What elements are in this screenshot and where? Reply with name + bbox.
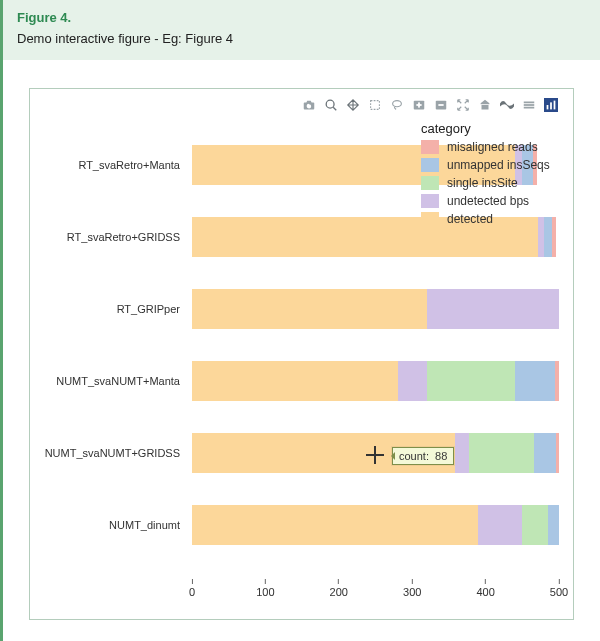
- legend-swatch: [421, 158, 439, 172]
- legend-title: category: [421, 121, 557, 136]
- bar-row: NUMT_svaNUMT+Manta: [38, 347, 565, 415]
- hover-closest-icon[interactable]: [521, 97, 537, 113]
- lasso-icon[interactable]: [389, 97, 405, 113]
- bar-segment[interactable]: [192, 505, 478, 545]
- legend-item[interactable]: single insSite: [421, 176, 557, 190]
- bar-segment[interactable]: [555, 361, 559, 401]
- plot-toolbar: [38, 95, 565, 119]
- reset-axes-icon[interactable]: [477, 97, 493, 113]
- bar-segment[interactable]: [534, 433, 556, 473]
- svg-rect-10: [524, 104, 535, 106]
- box-select-icon[interactable]: [367, 97, 383, 113]
- legend-label: detected: [447, 212, 493, 226]
- figure-description: Demo interactive figure - Eg: Figure 4: [17, 31, 586, 46]
- legend-label: misaligned reads: [447, 140, 538, 154]
- legend-item[interactable]: unmapped insSeqs: [421, 158, 557, 172]
- svg-point-0: [326, 100, 334, 108]
- svg-rect-14: [550, 102, 552, 109]
- zoom-in-icon[interactable]: [411, 97, 427, 113]
- svg-rect-8: [438, 104, 443, 106]
- bar-track[interactable]: [192, 433, 559, 473]
- bar-track[interactable]: [192, 289, 559, 329]
- legend-item[interactable]: undetected bps: [421, 194, 557, 208]
- bar-row: NUMT_svaNUMT+GRIDSS: [38, 419, 565, 487]
- chart-area[interactable]: category misaligned readsunmapped insSeq…: [38, 119, 565, 609]
- bar-segment[interactable]: [522, 505, 548, 545]
- y-axis-label: NUMT_svaNUMT+GRIDSS: [38, 419, 186, 487]
- x-axis-tick: 200: [330, 579, 348, 598]
- legend-swatch: [421, 140, 439, 154]
- bar-segment[interactable]: [556, 433, 559, 473]
- svg-rect-15: [554, 101, 556, 110]
- legend-swatch: [421, 176, 439, 190]
- figure-container: Figure 4. Demo interactive figure - Eg: …: [0, 0, 600, 641]
- zoom-out-icon[interactable]: [433, 97, 449, 113]
- autoscale-icon[interactable]: [455, 97, 471, 113]
- y-axis-label: NUMT_svaNUMT+Manta: [38, 347, 186, 415]
- zoom-icon[interactable]: [323, 97, 339, 113]
- svg-rect-6: [416, 104, 421, 106]
- svg-rect-2: [371, 101, 380, 110]
- y-axis-label: RT_GRIPper: [38, 275, 186, 343]
- x-axis-tick: 0: [189, 579, 195, 598]
- bar-track[interactable]: [192, 505, 559, 545]
- chart-panel: category misaligned readsunmapped insSeq…: [29, 88, 574, 620]
- bar-row: RT_GRIPper: [38, 275, 565, 343]
- legend-label: undetected bps: [447, 194, 529, 208]
- bar-segment[interactable]: [455, 433, 470, 473]
- legend-swatch: [421, 194, 439, 208]
- x-axis-tick: 500: [550, 579, 568, 598]
- figure-title: Figure 4.: [17, 10, 586, 25]
- svg-point-3: [393, 101, 402, 107]
- figure-header: Figure 4. Demo interactive figure - Eg: …: [3, 0, 600, 60]
- legend-label: single insSite: [447, 176, 518, 190]
- legend-item[interactable]: detected: [421, 212, 557, 226]
- legend-item[interactable]: misaligned reads: [421, 140, 557, 154]
- legend-swatch: [421, 212, 439, 226]
- bar-segment[interactable]: [478, 505, 522, 545]
- x-axis: 0100200300400500: [192, 579, 559, 601]
- x-axis-tick: 400: [476, 579, 494, 598]
- bar-row: NUMT_dinumt: [38, 491, 565, 559]
- bar-segment[interactable]: [515, 361, 555, 401]
- x-axis-tick: 300: [403, 579, 421, 598]
- bar-segment[interactable]: [548, 505, 559, 545]
- legend-label: unmapped insSeqs: [447, 158, 550, 172]
- y-axis-label: RT_svaRetro+GRIDSS: [38, 203, 186, 271]
- bar-track[interactable]: [192, 361, 559, 401]
- bar-segment[interactable]: [427, 361, 515, 401]
- pan-icon[interactable]: [345, 97, 361, 113]
- bar-segment[interactable]: [469, 433, 534, 473]
- bar-segment[interactable]: [192, 289, 427, 329]
- plotly-logo-icon[interactable]: [543, 97, 559, 113]
- bar-segment[interactable]: [427, 289, 559, 329]
- x-axis-tick: 100: [256, 579, 274, 598]
- bar-segment[interactable]: [192, 433, 455, 473]
- spike-lines-icon[interactable]: [499, 97, 515, 113]
- svg-line-1: [333, 107, 336, 110]
- svg-rect-9: [524, 102, 535, 104]
- bar-segment[interactable]: [398, 361, 427, 401]
- legend: category misaligned readsunmapped insSeq…: [421, 121, 557, 230]
- bar-segment[interactable]: [192, 361, 398, 401]
- camera-icon[interactable]: [301, 97, 317, 113]
- y-axis-label: NUMT_dinumt: [38, 491, 186, 559]
- svg-rect-11: [524, 107, 535, 109]
- svg-rect-13: [547, 105, 549, 109]
- y-axis-label: RT_svaRetro+Manta: [38, 131, 186, 199]
